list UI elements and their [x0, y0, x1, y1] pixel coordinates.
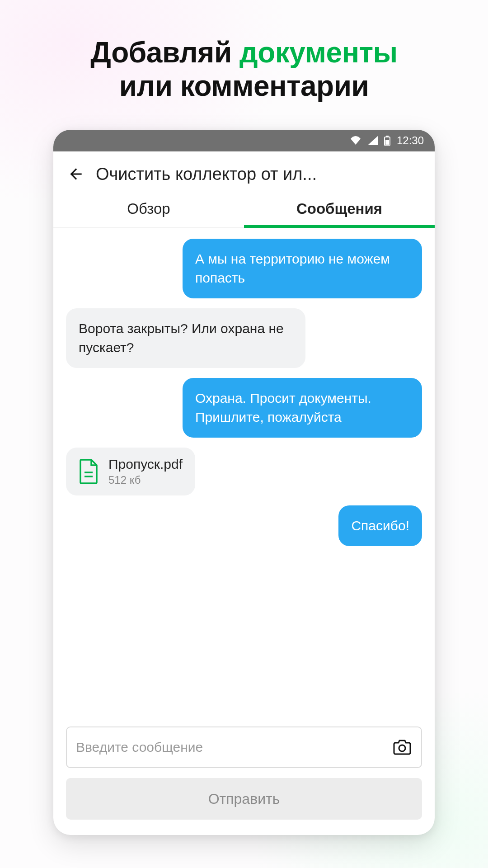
status-time: 12:30: [397, 134, 424, 147]
chat-area: А мы на территорию не можем попасть Воро…: [53, 228, 435, 718]
file-size: 512 кб: [108, 474, 183, 486]
tab-row: Обзор Сообщения: [53, 192, 435, 228]
svg-point-5: [399, 745, 405, 751]
message-sent: А мы на территорию не можем попасть: [183, 239, 422, 298]
message-input[interactable]: [76, 740, 392, 755]
message-received: Ворота закрыты? Или охрана не пускает?: [66, 308, 305, 368]
message-sent: Спасибо!: [338, 505, 422, 546]
promo-line2: или комментарии: [119, 70, 369, 102]
arrow-left-icon: [67, 165, 84, 183]
battery-icon: [384, 136, 390, 146]
camera-icon: [393, 739, 411, 755]
status-bar: 12:30: [53, 130, 435, 151]
file-attachment[interactable]: Пропуск.pdf 512 кб: [66, 448, 195, 495]
tab-overview[interactable]: Обзор: [53, 192, 244, 227]
page-title: Очистить коллектор от ил...: [96, 165, 317, 184]
message-sent: Охрана. Просит документы. Пришлите, пожа…: [183, 378, 422, 438]
compose-area: Отправить: [53, 718, 435, 835]
file-name: Пропуск.pdf: [108, 457, 183, 472]
file-meta: Пропуск.pdf 512 кб: [108, 457, 183, 486]
promo-line1-part1: Добавляй: [90, 36, 239, 69]
svg-rect-2: [385, 140, 389, 145]
back-button[interactable]: [66, 164, 86, 184]
signal-icon: [368, 136, 378, 145]
wifi-icon: [350, 136, 361, 145]
send-button[interactable]: Отправить: [66, 778, 422, 820]
promo-line1-accent: документы: [239, 36, 398, 69]
promo-headline: Добавляй документы или комментарии: [90, 36, 397, 103]
nav-header: Очистить коллектор от ил...: [53, 151, 435, 192]
phone-frame: 12:30 Очистить коллектор от ил... Обзор …: [53, 130, 435, 835]
camera-button[interactable]: [392, 737, 412, 757]
message-input-row: [66, 726, 422, 768]
document-icon: [79, 459, 99, 484]
tab-messages[interactable]: Сообщения: [244, 192, 435, 227]
